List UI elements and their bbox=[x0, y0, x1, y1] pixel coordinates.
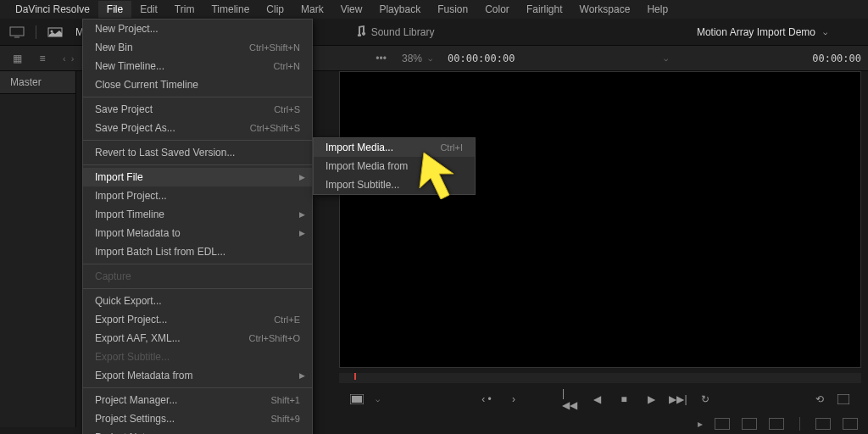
menu-separator bbox=[83, 140, 312, 141]
menu-item-quick-export[interactable]: Quick Export... bbox=[83, 292, 312, 310]
menu-item-label: Export Subtitle... bbox=[95, 351, 170, 363]
menu-item-close-current-timeline[interactable]: Close Current Timeline bbox=[83, 75, 312, 94]
menu-item-import-metadata-to[interactable]: Import Metadata to▶ bbox=[83, 224, 312, 242]
menu-item-export-metadata-from[interactable]: Export Metadata from▶ bbox=[83, 366, 312, 385]
tool-1-icon[interactable] bbox=[715, 418, 730, 430]
nav-back[interactable]: ‹ bbox=[61, 53, 68, 64]
menubar-timeline[interactable]: Timeline bbox=[203, 1, 258, 18]
tool-5-icon[interactable] bbox=[843, 418, 858, 430]
chevron-down-icon: ⌵ bbox=[428, 54, 432, 63]
menu-item-revert-to-last-saved-version[interactable]: Revert to Last Saved Version... bbox=[83, 143, 312, 162]
playhead[interactable] bbox=[354, 373, 356, 380]
submenu-arrow-icon: ▶ bbox=[299, 173, 305, 181]
menu-item-import-timeline[interactable]: Import Timeline▶ bbox=[83, 205, 312, 224]
menu-item-label: Export AAF, XML... bbox=[95, 332, 181, 344]
menu-item-label: Project Manager... bbox=[95, 394, 177, 406]
menu-item-import-file[interactable]: Import File▶ bbox=[83, 168, 312, 186]
play-icon[interactable]: ▶ bbox=[643, 392, 659, 407]
menu-item-label: Import Batch List from EDL... bbox=[95, 246, 225, 258]
menu-separator bbox=[83, 164, 312, 165]
sound-library-button[interactable]: Sound Library bbox=[354, 25, 435, 39]
zoom-value: 38% bbox=[402, 53, 422, 64]
chevron-down-icon[interactable]: ⌵ bbox=[664, 54, 668, 63]
tool-4-icon[interactable] bbox=[815, 418, 831, 430]
menu-item-label: Import Timeline bbox=[95, 209, 164, 220]
viewer-mode-icon[interactable] bbox=[349, 392, 364, 407]
menu-item-new-project[interactable]: New Project... bbox=[83, 19, 312, 38]
stop-icon[interactable]: ■ bbox=[616, 392, 632, 407]
menu-item-import-project[interactable]: Import Project... bbox=[83, 186, 312, 205]
submenu-item-label: Import Media... bbox=[326, 142, 393, 153]
master-bin[interactable]: Master bbox=[0, 71, 75, 94]
viewer[interactable] bbox=[339, 71, 861, 368]
monitor-icon[interactable] bbox=[7, 24, 27, 41]
grid-view-icon[interactable]: ▦ bbox=[7, 50, 27, 67]
media-pool-icon[interactable] bbox=[45, 24, 65, 41]
go-to-end-icon[interactable]: ▶▶| bbox=[670, 392, 686, 407]
pointer-tool-icon[interactable]: ▸ bbox=[698, 418, 703, 430]
submenu-item-shortcut: Ctrl+I bbox=[440, 142, 463, 153]
menu-item-export-project[interactable]: Export Project...Ctrl+E bbox=[83, 310, 312, 329]
tool-2-icon[interactable] bbox=[742, 418, 757, 430]
cursor-annotation-arrow bbox=[415, 153, 458, 202]
media-panel: Master bbox=[0, 71, 76, 427]
step-back-icon[interactable]: ◀ bbox=[589, 392, 604, 407]
submenu-item-label: Import Subtitle... bbox=[326, 179, 399, 191]
menubar-playback[interactable]: Playback bbox=[370, 1, 429, 18]
menu-item-shortcut: Ctrl+S bbox=[274, 104, 300, 114]
transport-controls: ⌵ ‹ • › |◀◀ ◀ ■ ▶ ▶▶| ↻ ⟲ bbox=[339, 388, 861, 410]
menubar-view[interactable]: View bbox=[332, 1, 371, 18]
menu-item-project-settings[interactable]: Project Settings...Shift+9 bbox=[83, 409, 312, 428]
divider bbox=[799, 417, 800, 431]
menu-item-new-timeline[interactable]: New Timeline...Ctrl+N bbox=[83, 57, 312, 75]
menubar-color[interactable]: Color bbox=[476, 1, 518, 18]
zoom-control[interactable]: ••• 38% ⌵ bbox=[376, 53, 432, 64]
menubar-app-name[interactable]: DaVinci Resolve bbox=[7, 1, 98, 18]
timecode-left: 00:00:00:00 bbox=[448, 53, 515, 64]
menubar-trim[interactable]: Trim bbox=[166, 1, 203, 18]
viewer-options-icon[interactable] bbox=[836, 392, 851, 407]
tool-3-icon[interactable] bbox=[769, 418, 784, 430]
menu-item-label: Import Project... bbox=[95, 190, 167, 202]
menu-item-label: Project Settings... bbox=[95, 413, 175, 425]
menu-item-export-aaf-xml[interactable]: Export AAF, XML...Ctrl+Shift+O bbox=[83, 329, 312, 348]
loop-icon[interactable]: ↻ bbox=[698, 392, 713, 407]
menu-item-save-project-as[interactable]: Save Project As...Ctrl+Shift+S bbox=[83, 119, 312, 137]
menubar-file[interactable]: File bbox=[98, 1, 131, 18]
menubar-mark[interactable]: Mark bbox=[292, 1, 332, 18]
timeline-ruler[interactable] bbox=[339, 373, 861, 383]
menubar-fusion[interactable]: Fusion bbox=[429, 1, 476, 18]
divider bbox=[36, 25, 36, 39]
sound-library-label: Sound Library bbox=[371, 26, 435, 38]
menu-item-import-batch-list-from-edl[interactable]: Import Batch List from EDL... bbox=[83, 242, 312, 261]
submenu-item-label: Import Media from bbox=[326, 160, 408, 172]
menu-separator bbox=[83, 288, 312, 289]
menu-item-project-notes[interactable]: Project Notes... bbox=[83, 428, 312, 434]
menu-item-label: Import File bbox=[95, 171, 143, 183]
menu-item-project-manager[interactable]: Project Manager...Shift+1 bbox=[83, 391, 312, 409]
menu-separator bbox=[83, 387, 312, 388]
menubar-workspace[interactable]: Workspace bbox=[571, 1, 639, 18]
list-view-icon[interactable]: ≡ bbox=[32, 50, 53, 67]
next-marker-icon[interactable]: › bbox=[506, 392, 521, 407]
submenu-arrow-icon: ▶ bbox=[299, 229, 305, 237]
menubar-edit[interactable]: Edit bbox=[131, 1, 166, 18]
menubar-fairlight[interactable]: Fairlight bbox=[518, 1, 571, 18]
match-frame-icon[interactable]: ⟲ bbox=[812, 392, 827, 407]
menu-item-label: Close Current Timeline bbox=[95, 79, 198, 91]
menubar-clip[interactable]: Clip bbox=[258, 1, 292, 18]
menubar: DaVinci Resolve File Edit Trim Timeline … bbox=[0, 0, 868, 19]
menu-item-save-project[interactable]: Save ProjectCtrl+S bbox=[83, 100, 312, 119]
menubar-help[interactable]: Help bbox=[638, 1, 676, 18]
chevron-down-icon[interactable]: ⌵ bbox=[376, 395, 380, 403]
menu-item-export-subtitle: Export Subtitle... bbox=[83, 348, 312, 366]
menu-item-new-bin[interactable]: New BinCtrl+Shift+N bbox=[83, 38, 312, 57]
project-title[interactable]: Motion Array Import Demo ⌵ bbox=[697, 26, 827, 38]
go-to-start-icon[interactable]: |◀◀ bbox=[562, 392, 577, 407]
submenu-arrow-icon: ▶ bbox=[299, 371, 305, 380]
file-menu-dropdown: New Project...New BinCtrl+Shift+NNew Tim… bbox=[82, 19, 313, 434]
prev-marker-icon[interactable]: ‹ • bbox=[479, 392, 494, 407]
menu-item-label: Export Project... bbox=[95, 314, 167, 326]
chevron-down-icon: ⌵ bbox=[823, 28, 827, 36]
nav-forward[interactable]: › bbox=[70, 53, 76, 64]
